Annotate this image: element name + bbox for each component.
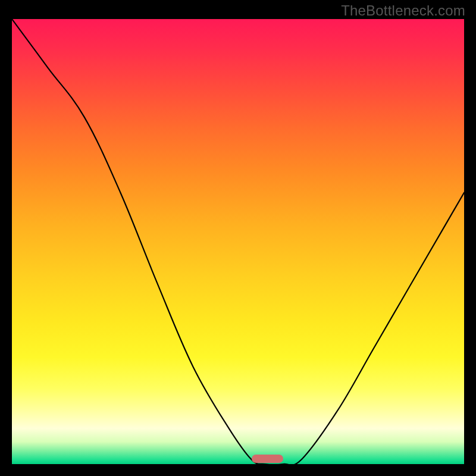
chart-frame: TheBottleneck.com <box>0 0 476 476</box>
optimal-range-pill <box>252 455 283 463</box>
curve-layer <box>12 19 464 464</box>
plot-area <box>12 19 464 464</box>
watermark-text: TheBottleneck.com <box>341 2 465 19</box>
bottleneck-curve-path <box>12 19 464 464</box>
